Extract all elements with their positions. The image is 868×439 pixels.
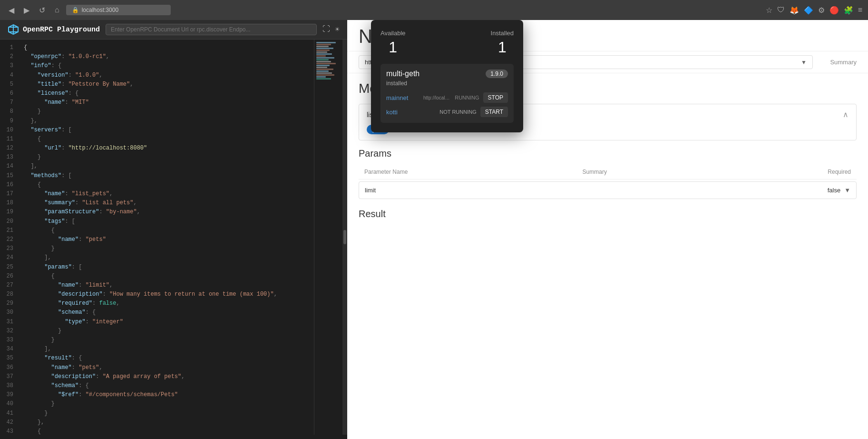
ext1-icon[interactable]: 🦊 bbox=[790, 6, 799, 15]
network-url-mainnet: http://localh... multi-geth/mainnet/1.9.… bbox=[423, 95, 451, 100]
plugin-name: multi-geth bbox=[386, 70, 419, 78]
network-name-kotti: kotti bbox=[386, 109, 419, 116]
dropdown-chevron-icon: ▼ bbox=[801, 59, 807, 66]
param-name-limit: limit bbox=[365, 187, 828, 194]
params-title: Params bbox=[359, 148, 857, 159]
required-header: Required bbox=[719, 165, 857, 180]
network-status-mainnet: RUNNING bbox=[455, 95, 479, 100]
scroll-thumb bbox=[343, 230, 346, 244]
lock-icon: 🔒 bbox=[72, 7, 79, 13]
ext3-icon[interactable]: 🔴 bbox=[829, 6, 839, 15]
address-text: localhost:3000 bbox=[82, 7, 118, 13]
app-logo: OpenRPC Playground bbox=[8, 24, 100, 35]
openrpc-url-input[interactable] bbox=[106, 24, 317, 35]
params-table: Parameter Name Summary Required bbox=[359, 165, 857, 180]
network-row-kotti: kotti NOT RUNNING START bbox=[386, 107, 508, 117]
installed-label: Installed bbox=[491, 30, 514, 37]
bookmark-icon[interactable]: ☆ bbox=[766, 6, 772, 15]
line-numbers: 12345 678910 1112131415 1617181920 21222… bbox=[0, 40, 18, 435]
app-container: OpenRPC Playground ⛶ ☀ 12345 678910 1112… bbox=[0, 20, 868, 439]
summary-col-header: Summary bbox=[819, 59, 857, 66]
address-bar[interactable]: 🔒 localhost:3000 bbox=[66, 5, 171, 15]
plugin-overlay-header: Available 1 Installed 1 bbox=[380, 30, 514, 56]
ext4-icon[interactable]: 🧩 bbox=[844, 6, 853, 15]
code-editor-area[interactable]: { "openrpc": "1.0.0-rc1", "info": { "ver… bbox=[18, 40, 314, 435]
available-count: 1 bbox=[380, 39, 406, 56]
app-name: OpenRPC Playground bbox=[23, 26, 100, 34]
required-value: false bbox=[828, 187, 840, 194]
installed-stat: Installed 1 bbox=[491, 30, 514, 56]
network-row-mainnet: mainnet http://localh... multi-geth/main… bbox=[386, 92, 508, 103]
param-row-limit: limit false ▼ bbox=[359, 181, 857, 199]
plugin-status: installed bbox=[386, 80, 508, 87]
fullscreen-icon[interactable]: ⛶ bbox=[322, 25, 330, 34]
home-button[interactable]: ⌂ bbox=[52, 4, 62, 16]
chevron-up-icon: ∧ bbox=[843, 110, 848, 119]
result-section: Result bbox=[359, 209, 857, 220]
back-button[interactable]: ◀ bbox=[6, 4, 17, 17]
start-button[interactable]: START bbox=[480, 107, 508, 117]
browser-chrome: ◀ ▶ ↺ ⌂ 🔒 localhost:3000 ☆ 🛡 🦊 🔷 ⚙ 🔴 🧩 ≡ bbox=[0, 0, 868, 20]
available-label: Available bbox=[380, 30, 406, 37]
plugin-item-header: multi-geth 1.9.0 bbox=[386, 70, 508, 78]
settings-icon[interactable]: ⚙ bbox=[818, 6, 825, 15]
ext2-icon[interactable]: 🔷 bbox=[804, 6, 813, 15]
plugin-version-badge: 1.9.0 bbox=[486, 70, 508, 78]
openrpc-logo-icon bbox=[8, 24, 19, 35]
network-name-mainnet: mainnet bbox=[386, 94, 419, 101]
shield-icon[interactable]: 🛡 bbox=[777, 6, 785, 14]
plugin-networks: mainnet http://localh... multi-geth/main… bbox=[386, 92, 508, 117]
available-stat: Available 1 bbox=[380, 30, 406, 56]
params-section: Params Parameter Name Summary Required l… bbox=[359, 148, 857, 199]
scrollbar[interactable] bbox=[342, 40, 347, 435]
summary-header: Summary bbox=[577, 165, 719, 180]
stop-button[interactable]: STOP bbox=[483, 92, 508, 103]
editor-panel: OpenRPC Playground ⛶ ☀ 12345 678910 1112… bbox=[0, 20, 347, 439]
plugin-overlay: Available 1 Installed 1 multi-geth 1.9.0… bbox=[371, 20, 523, 132]
editor-minimap bbox=[314, 40, 342, 435]
network-status-kotti: NOT RUNNING bbox=[439, 109, 476, 115]
result-title: Result bbox=[359, 209, 857, 220]
editor-icons: ⛶ ☀ bbox=[322, 25, 340, 34]
param-name-header: Parameter Name bbox=[359, 165, 577, 180]
right-panel: Available 1 Installed 1 multi-geth 1.9.0… bbox=[347, 20, 868, 439]
param-dropdown-icon[interactable]: ▼ bbox=[844, 187, 850, 194]
editor-header: OpenRPC Playground ⛶ ☀ bbox=[0, 20, 347, 40]
param-required-limit: false ▼ bbox=[828, 187, 850, 194]
plugin-item: multi-geth 1.9.0 installed mainnet http:… bbox=[380, 64, 514, 123]
installed-count: 1 bbox=[491, 39, 514, 56]
refresh-button[interactable]: ↺ bbox=[36, 4, 48, 17]
theme-icon[interactable]: ☀ bbox=[335, 25, 340, 34]
editor-content: 12345 678910 1112131415 1617181920 21222… bbox=[0, 40, 347, 435]
forward-button[interactable]: ▶ bbox=[21, 4, 32, 17]
menu-icon[interactable]: ≡ bbox=[858, 6, 862, 14]
browser-actions: ☆ 🛡 🦊 🔷 ⚙ 🔴 🧩 ≡ bbox=[766, 6, 862, 15]
